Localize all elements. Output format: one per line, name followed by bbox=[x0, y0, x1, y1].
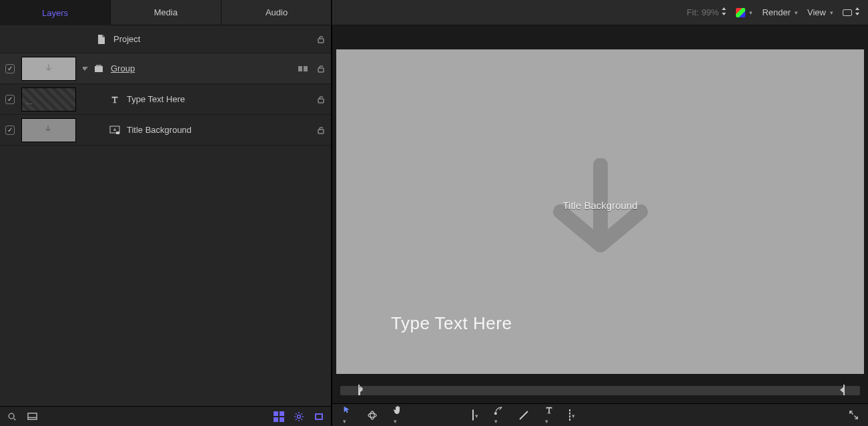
svg-point-16 bbox=[298, 415, 301, 418]
lock-icon[interactable] bbox=[316, 126, 326, 135]
drop-zone-icon bbox=[109, 125, 120, 136]
svg-point-10 bbox=[9, 413, 14, 419]
layer-row-project[interactable]: Project bbox=[0, 25, 331, 53]
viewer-canvas[interactable]: Title Background Type Text Here bbox=[336, 49, 864, 374]
chevron-down-icon: ▾ bbox=[749, 9, 753, 16]
gear-icon[interactable] bbox=[294, 411, 304, 422]
pointer-icon bbox=[342, 405, 352, 415]
fit-value: 99% bbox=[701, 7, 719, 17]
view-menu[interactable]: View▾ bbox=[807, 7, 833, 17]
chevron-down-icon: ▾ bbox=[572, 413, 575, 419]
fit-label: Fit: bbox=[687, 7, 699, 17]
layer-row-group[interactable]: ✓ Group bbox=[0, 53, 331, 84]
search-icon[interactable] bbox=[7, 411, 17, 422]
tab-media[interactable]: Media bbox=[111, 0, 222, 25]
svg-rect-12 bbox=[274, 411, 278, 416]
svg-rect-0 bbox=[318, 39, 324, 43]
svg-point-19 bbox=[368, 413, 376, 417]
chevron-down-icon: ▾ bbox=[830, 9, 833, 16]
svg-rect-18 bbox=[316, 415, 322, 419]
layer-row-text[interactable]: ✓ ··· ··· Type Text Here bbox=[0, 84, 331, 115]
text-layer-icon bbox=[109, 94, 120, 105]
zoom-fit-control[interactable]: Fit: 99% bbox=[687, 7, 727, 17]
svg-rect-2 bbox=[96, 65, 101, 66]
pan-tool[interactable]: ▾ bbox=[392, 405, 403, 425]
svg-rect-4 bbox=[304, 66, 308, 71]
select-tool[interactable]: ▾ bbox=[342, 405, 352, 425]
layer-label: Group bbox=[111, 63, 135, 73]
panel-icon[interactable] bbox=[27, 411, 37, 422]
disclosure-triangle-icon[interactable] bbox=[83, 67, 88, 71]
visibility-checkbox[interactable]: ✓ bbox=[5, 126, 15, 135]
chevron-down-icon: ▾ bbox=[795, 9, 798, 16]
svg-point-21 bbox=[494, 412, 496, 414]
out-point-handle-icon[interactable] bbox=[839, 382, 847, 398]
stepper-icon bbox=[721, 7, 727, 17]
in-point-handle-icon[interactable] bbox=[356, 382, 364, 398]
layer-label: Type Text Here bbox=[127, 94, 185, 104]
svg-point-20 bbox=[370, 411, 374, 419]
chevron-down-icon: ▾ bbox=[475, 413, 478, 419]
svg-rect-6 bbox=[318, 99, 324, 103]
svg-rect-11 bbox=[27, 413, 36, 419]
svg-rect-15 bbox=[280, 417, 284, 422]
lock-icon[interactable] bbox=[316, 35, 326, 44]
svg-rect-1 bbox=[95, 66, 103, 72]
pen-icon bbox=[493, 405, 504, 415]
svg-rect-9 bbox=[318, 130, 324, 134]
layer-row-title-background[interactable]: ✓ Title Background bbox=[0, 115, 331, 146]
rectangle-icon bbox=[843, 9, 852, 16]
svg-rect-5 bbox=[318, 68, 324, 72]
visibility-checkbox[interactable]: ✓ bbox=[5, 95, 15, 104]
lock-icon[interactable] bbox=[316, 95, 326, 104]
timeline-track bbox=[340, 386, 860, 395]
sidebar-tabs: Layers Media Audio bbox=[0, 0, 331, 25]
3d-transform-tool[interactable] bbox=[367, 410, 378, 421]
composite-icon[interactable] bbox=[298, 63, 308, 74]
render-menu[interactable]: Render▾ bbox=[762, 7, 798, 17]
viewer-bottom-toolbar: ▾ ▾ ▾ ▾ ▾ ▾ bbox=[332, 403, 868, 426]
drop-zone-arrow-icon bbox=[524, 158, 677, 265]
tab-audio[interactable]: Audio bbox=[222, 0, 332, 25]
chevron-down-icon: ▾ bbox=[343, 418, 346, 425]
rectangle-mask-icon bbox=[569, 409, 570, 421]
sidebar-bottom-bar bbox=[0, 406, 331, 426]
chevron-down-icon: ▾ bbox=[494, 418, 498, 425]
frame-icon[interactable] bbox=[314, 411, 324, 422]
svg-rect-13 bbox=[280, 411, 284, 416]
layer-label: Title Background bbox=[127, 125, 191, 135]
fullscreen-icon[interactable] bbox=[848, 410, 859, 421]
color-well-icon bbox=[736, 8, 745, 17]
mask-icon[interactable] bbox=[274, 411, 284, 422]
hand-icon bbox=[392, 405, 403, 415]
tab-layers[interactable]: Layers bbox=[0, 0, 111, 25]
chevron-down-icon: ▾ bbox=[394, 418, 397, 425]
chevron-down-icon: ▾ bbox=[545, 418, 548, 425]
color-channels-menu[interactable]: ▾ bbox=[736, 8, 753, 17]
group-icon bbox=[93, 63, 104, 74]
pen-tool[interactable]: ▾ bbox=[493, 405, 504, 425]
layout-menu[interactable] bbox=[843, 7, 860, 17]
text-placeholder[interactable]: Type Text Here bbox=[391, 313, 512, 334]
layer-thumbnail bbox=[21, 118, 76, 142]
text-tool[interactable]: ▾ bbox=[544, 405, 554, 425]
layer-thumbnail: ··· ··· bbox=[21, 87, 76, 112]
svg-rect-14 bbox=[274, 417, 278, 422]
svg-rect-3 bbox=[298, 66, 302, 71]
paint-stroke-tool[interactable] bbox=[518, 410, 529, 421]
mini-timeline[interactable] bbox=[336, 378, 864, 403]
title-background-label: Title Background bbox=[562, 200, 637, 211]
layer-thumbnail bbox=[21, 57, 76, 81]
document-icon bbox=[96, 34, 107, 45]
rectangle-icon bbox=[472, 409, 474, 421]
layer-label: Project bbox=[113, 34, 140, 44]
lock-icon[interactable] bbox=[316, 64, 326, 73]
layers-sidebar: Layers Media Audio Project ✓ bbox=[0, 0, 332, 426]
visibility-checkbox[interactable]: ✓ bbox=[5, 64, 15, 73]
mask-tool[interactable]: ▾ bbox=[569, 410, 575, 420]
stepper-icon bbox=[855, 7, 860, 17]
svg-rect-8 bbox=[116, 132, 119, 134]
shape-tool[interactable]: ▾ bbox=[472, 410, 478, 420]
viewer-top-toolbar: Fit: 99% ▾ Render▾ View▾ bbox=[332, 0, 868, 25]
text-icon bbox=[544, 405, 554, 415]
